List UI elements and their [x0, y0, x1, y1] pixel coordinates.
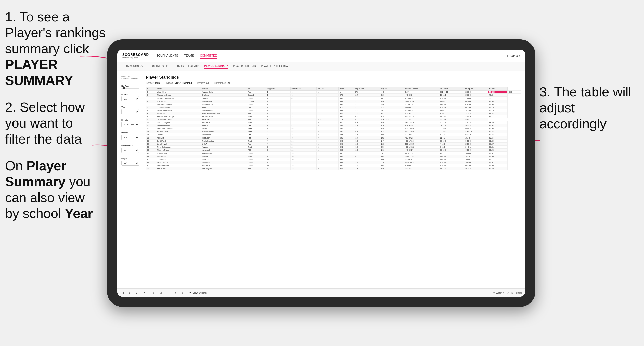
table-cell: Missouri — [201, 158, 247, 161]
table-cell: 258-86-13 — [404, 97, 439, 100]
table-cell: 4 — [266, 140, 290, 143]
gender-select[interactable]: Men Women — [121, 96, 139, 101]
table-row[interactable]: 26Petr HrubyWashingtonFifth725068.6-1.81… — [146, 167, 521, 170]
subnav-player-h2h-grid[interactable]: PLAYER H2H GRID — [233, 64, 256, 69]
division-select[interactable]: NCAA Division I — [121, 122, 139, 127]
table-row[interactable]: 2Michael Le SassoOle MissSecond118067.1-… — [146, 94, 521, 97]
subnav-player-h2h-heatmap[interactable]: PLAYER H2H HEATMAP — [261, 64, 290, 69]
table-cell: Tiger Christensen — [156, 146, 201, 149]
table-cell: Third — [247, 127, 266, 130]
col-school: School — [201, 87, 247, 91]
conference-select[interactable]: (All) — [121, 148, 139, 153]
table-row[interactable]: 25Cole SherwoodVanderbiltFourth1223169.5… — [146, 164, 521, 167]
table-cell: 1 — [316, 164, 339, 167]
nav-tournaments[interactable]: TOURNAMENTS — [157, 53, 178, 59]
table-cell: 80.68 — [488, 155, 508, 158]
table-cell: 21 — [146, 152, 156, 155]
subnav-team-h2h-grid[interactable]: TEAM H2H GRID — [148, 64, 168, 69]
table-cell: 1 — [266, 115, 290, 118]
table-row[interactable]: 3Michael ThorbjornsenStanfordFourth28168… — [146, 97, 521, 100]
table-cell: 1 — [146, 91, 156, 94]
table-cell: 47-40-3 — [463, 121, 488, 124]
table-row[interactable]: 20Matthew RiedelVanderbiltFifth522168.8-… — [146, 149, 521, 152]
table-cell: 1 — [316, 97, 339, 100]
table-cell: 1.68 — [380, 158, 404, 161]
table-cell: -1.8 — [354, 143, 380, 146]
year-select[interactable]: (All) First Second Third Fourth Fifth — [121, 109, 139, 114]
table-row[interactable]: 14Maxwell FordNorth CarolinaThird722069.… — [146, 130, 521, 133]
toolbar-view-original[interactable]: 👁 View: Original — [189, 292, 207, 294]
table-cell: -1.8 — [354, 167, 380, 170]
table-row[interactable]: 8Mats EgeEast Tennessee StateFifth124268… — [146, 112, 521, 115]
table-row[interactable]: 19Tiger ChristensenArizonaThird523269.2-… — [146, 146, 521, 149]
step2-line3: filter the data — [5, 132, 82, 146]
table-cell: 5 — [146, 103, 156, 106]
table-row[interactable]: 7Nicholas GabrelcikNorth FloridaFourth12… — [146, 109, 521, 112]
table-cell: 21 — [290, 103, 316, 106]
table-cell: North Florida — [201, 109, 247, 112]
table-row[interactable]: 9Preston SummerhaysArizona StateThird134… — [146, 115, 521, 118]
table-cell: 88.18 — [488, 106, 508, 109]
table-row[interactable]: 15Jake HallTennesseeFifth718068.5-1.51.6… — [146, 133, 521, 136]
share-btn[interactable]: Share — [516, 292, 522, 294]
table-row[interactable]: 17David FordNorth CarolinaThird421069.0-… — [146, 140, 521, 143]
region-filter: Region N/A — [121, 132, 142, 142]
table-cell: 18-7-3 — [463, 136, 488, 140]
table-row[interactable]: 22Ian GilliganFloridaThird1024168.7-0.81… — [146, 155, 521, 158]
table-cell: 22-22-0 — [463, 97, 488, 100]
table-cell: 1.92 — [380, 136, 404, 140]
watch-btn[interactable]: 👁 Watch ▾ — [493, 292, 504, 294]
toolbar-separator: — — [165, 291, 171, 295]
table-row[interactable]: 1Wenyi DingArizona StateFirst1115167.1-3… — [146, 91, 521, 94]
toolbar-back[interactable]: ◀ — [120, 291, 125, 295]
subnav-team-summary[interactable]: TEAM SUMMARY — [122, 64, 143, 69]
region-select[interactable]: N/A — [121, 135, 139, 140]
nav-teams[interactable]: TEAMS — [184, 53, 194, 59]
table-row[interactable]: 10Jacob Skov OlesenArkansasFifth12368.4-… — [146, 118, 521, 121]
toolbar-forward[interactable]: ▶ — [127, 291, 132, 295]
toolbar-add[interactable]: ⊕ — [180, 291, 185, 295]
table-cell: 68.8 — [339, 149, 354, 152]
table-cell: -1.2 — [354, 164, 380, 167]
table-cell: 1.47 — [380, 97, 404, 100]
table-cell: 29-38-2 — [463, 155, 488, 158]
table-cell: 607-63-12 — [404, 112, 439, 115]
no-rds-slider[interactable] — [121, 88, 139, 89]
table-cell: -1.5 — [339, 118, 354, 121]
table-row[interactable]: 24Bastien AmatNew MexicoFourth127269.4-1… — [146, 161, 521, 164]
toolbar-refresh[interactable]: ↺ — [173, 291, 178, 295]
table-cell: 69.5 — [339, 164, 354, 167]
update-time-block: Update time: 27/03/2024 16:56:26 — [121, 75, 142, 82]
update-time: Update time: 27/03/2024 16:56:26 — [121, 75, 142, 80]
table-row[interactable]: 5Christo LamprechtGeorgia TechFourth2212… — [146, 103, 521, 106]
table-cell: 10 — [146, 118, 156, 121]
table-row[interactable]: 18Luke PowellUCLAFirst424169.1-1.81.1350… — [146, 143, 521, 146]
table-row[interactable]: 11Gordon SargentVanderbiltThird421068.7-… — [146, 121, 521, 124]
table-row[interactable]: 13Phichaksn MaichonTexas A&MThird630169.… — [146, 127, 521, 130]
nav-committee[interactable]: COMMITTEE — [200, 53, 217, 59]
sign-out-link[interactable]: Sign out — [510, 54, 520, 57]
table-cell: Washington — [201, 167, 247, 170]
subnav-team-h2h-heatmap[interactable]: TEAM H2H HEATMAP — [173, 64, 199, 69]
table-row[interactable]: 6Jackson KoivunAuburnFirst127167.3-2.02.… — [146, 106, 521, 109]
table-row[interactable]: 12Brendan ValdesAuburnFifth537068.4-1.11… — [146, 124, 521, 127]
table-row[interactable]: 21Tashiun SongWashingtonFourth523169.1-1… — [146, 152, 521, 155]
table-row[interactable]: 4Luke ClatonFlorida StateSecond127268.2-… — [146, 100, 521, 103]
subnav-player-summary[interactable]: PLAYER SUMMARY — [204, 64, 228, 69]
table-cell: 1.47 — [380, 140, 404, 143]
step1-bold: PLAYER SUMMARY — [5, 57, 73, 88]
filter-panel: Update time: 27/03/2024 16:56:26 No Rds.… — [121, 75, 142, 284]
toolbar-up[interactable]: ▲ — [134, 291, 139, 295]
toolbar-down[interactable]: ▼ — [141, 291, 147, 295]
table-cell: Matthew Riedel — [156, 149, 201, 152]
table-row[interactable]: 16Alex GoffKentuckyFifth819068.3-1.71.92… — [146, 136, 521, 140]
toolbar-zoom-in[interactable]: ⊞ — [151, 291, 156, 295]
export-btn[interactable]: ↗ — [507, 292, 509, 294]
table-cell: 26 — [146, 167, 156, 170]
table-row[interactable]: 23Jack LundinMissouriFourth1124068.6-2.3… — [146, 158, 521, 161]
table-scroll-container[interactable]: # Player School Yr Reg Rank Conf Rank No… — [146, 87, 521, 284]
player-select[interactable]: (All) — [121, 161, 139, 166]
grid-btn[interactable]: ⊞ — [511, 292, 513, 294]
toolbar-zoom-out[interactable]: ⊟ — [158, 291, 163, 295]
table-cell: 20-38-0 — [463, 143, 488, 146]
